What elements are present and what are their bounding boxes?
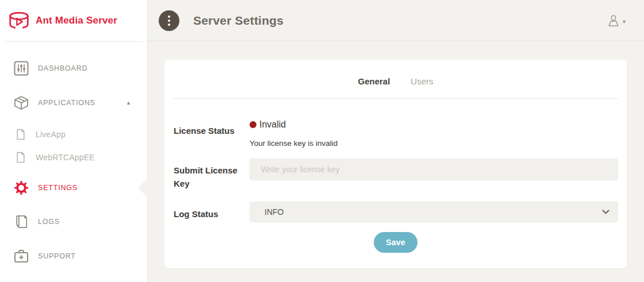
- sidebar-item-label: SETTINGS: [38, 184, 78, 192]
- sidebar-item-label: DASHBOARD: [38, 64, 87, 72]
- save-button[interactable]: Save: [374, 232, 417, 253]
- tab-users[interactable]: Users: [411, 76, 433, 86]
- file-icon: [16, 129, 26, 140]
- sidebar-item-label: WebRTCAppEE: [36, 153, 95, 162]
- license-key-input[interactable]: [250, 159, 618, 180]
- sidebar-item-applications[interactable]: APPLICATIONS ▲: [0, 89, 147, 117]
- log-status-value: INFO: [264, 207, 283, 217]
- status-dot-icon: [250, 121, 256, 128]
- sidebar-item-liveapp[interactable]: LiveApp: [0, 123, 147, 146]
- file-icon: [16, 152, 26, 163]
- support-icon: [14, 249, 29, 263]
- page-title: Server Settings: [193, 14, 283, 28]
- tabs: General Users: [164, 60, 627, 98]
- sidebar: Ant Media Server DASHBOARD: [0, 0, 148, 282]
- license-status-description: Your license key is invalid: [250, 139, 338, 148]
- general-settings-form: License Status Invalid Your license key …: [164, 99, 627, 268]
- brand-name: Ant Media Server: [36, 15, 117, 26]
- sidebar-item-logs[interactable]: LOGS: [0, 208, 147, 235]
- sidebar-item-webrtcappee[interactable]: WebRTCAppEE: [0, 146, 147, 169]
- kebab-menu-icon: [168, 16, 170, 18]
- user-menu[interactable]: ▼: [607, 14, 627, 27]
- app: Ant Media Server DASHBOARD: [0, 0, 644, 282]
- sidebar-item-support[interactable]: SUPPORT: [0, 242, 147, 270]
- header: Server Settings ▼: [148, 0, 644, 41]
- license-status-text: Invalid: [259, 119, 286, 130]
- sidebar-item-label: SUPPORT: [38, 252, 76, 260]
- sidebar-item-settings[interactable]: SETTINGS: [0, 174, 147, 202]
- sidebar-item-dashboard[interactable]: DASHBOARD: [0, 55, 147, 82]
- sidebar-item-label: LiveApp: [36, 130, 66, 139]
- sidebar-nav: DASHBOARD APPLICATIONS ▲: [0, 42, 147, 270]
- server-settings-card: General Users License Status Invalid You…: [164, 60, 627, 268]
- sidebar-item-label: LOGS: [38, 218, 60, 226]
- license-status-label: License Status: [174, 124, 235, 137]
- dashboard-sliders-icon: [14, 61, 29, 76]
- logo[interactable]: Ant Media Server: [0, 0, 147, 41]
- caret-up-icon[interactable]: ▲: [126, 101, 131, 106]
- log-status-label: Log Status: [174, 207, 218, 221]
- chevron-down-icon: [602, 210, 610, 214]
- license-key-label: Submit License Key: [174, 164, 238, 190]
- license-status-value: Invalid: [250, 119, 286, 130]
- log-status-select[interactable]: INFO: [250, 202, 618, 222]
- sidebar-item-label: APPLICATIONS: [38, 99, 95, 107]
- page-menu-button[interactable]: [159, 10, 179, 31]
- user-icon: [607, 14, 620, 27]
- logs-icon: [14, 214, 29, 229]
- applications-box-icon: [14, 95, 29, 110]
- gear-icon: [14, 179, 29, 196]
- tab-general[interactable]: General: [358, 76, 390, 86]
- brand-logo-icon: [7, 10, 30, 31]
- active-item-notch: [138, 178, 148, 198]
- caret-down-icon: ▼: [622, 20, 627, 25]
